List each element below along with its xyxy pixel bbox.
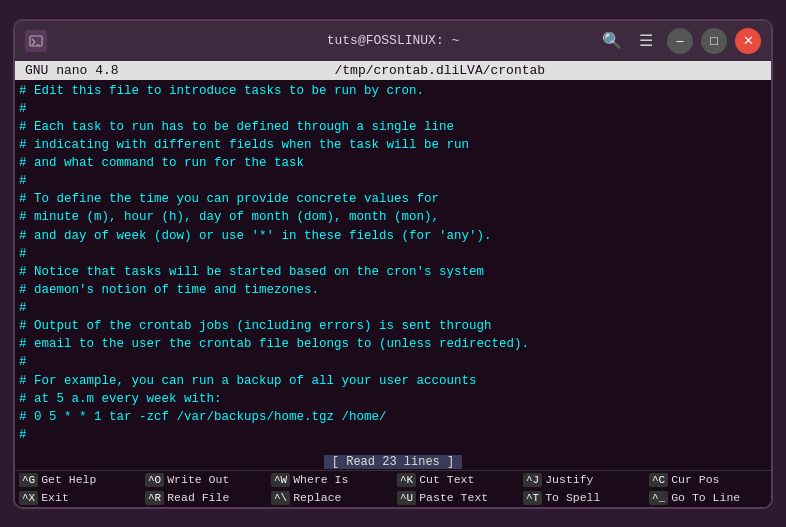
key-where-is: ^W bbox=[271, 473, 290, 487]
nano-status: [ Read 23 lines ] bbox=[15, 454, 771, 470]
nano-filename: /tmp/crontab.dliLVA/crontab bbox=[334, 63, 545, 78]
titlebar: tuts@FOSSLINUX: ~ 🔍 ☰ – □ ✕ bbox=[15, 21, 771, 61]
shortcut-replace[interactable]: ^\ Replace bbox=[267, 489, 393, 507]
shortcut-paste-text[interactable]: ^U Paste Text bbox=[393, 489, 519, 507]
key-paste-text: ^U bbox=[397, 491, 416, 505]
editor-content[interactable]: # Edit this file to introduce tasks to b… bbox=[15, 80, 771, 454]
shortcut-justify[interactable]: ^J Justify bbox=[519, 471, 645, 489]
menu-button[interactable]: ☰ bbox=[633, 28, 659, 54]
nano-shortcuts: ^G Get Help ^O Write Out ^W Where Is ^K … bbox=[15, 470, 771, 507]
key-replace: ^\ bbox=[271, 491, 290, 505]
window-controls: 🔍 ☰ – □ ✕ bbox=[599, 28, 761, 54]
key-cut-text: ^K bbox=[397, 473, 416, 487]
terminal-icon bbox=[25, 30, 47, 52]
shortcut-cut-text[interactable]: ^K Cut Text bbox=[393, 471, 519, 489]
nano-header: GNU nano 4.8 /tmp/crontab.dliLVA/crontab bbox=[15, 61, 771, 80]
close-button[interactable]: ✕ bbox=[735, 28, 761, 54]
maximize-button[interactable]: □ bbox=[701, 28, 727, 54]
key-read-file: ^R bbox=[145, 491, 164, 505]
key-justify: ^J bbox=[523, 473, 542, 487]
key-to-spell: ^T bbox=[523, 491, 542, 505]
shortcut-go-to-line[interactable]: ^_ Go To Line bbox=[645, 489, 771, 507]
minimize-button[interactable]: – bbox=[667, 28, 693, 54]
window-title: tuts@FOSSLINUX: ~ bbox=[327, 33, 460, 48]
key-get-help: ^G bbox=[19, 473, 38, 487]
key-exit: ^X bbox=[19, 491, 38, 505]
key-write-out: ^O bbox=[145, 473, 164, 487]
shortcut-write-out[interactable]: ^O Write Out bbox=[141, 471, 267, 489]
titlebar-left bbox=[25, 30, 47, 52]
nano-version: GNU nano 4.8 bbox=[25, 63, 119, 78]
editor-text: # Edit this file to introduce tasks to b… bbox=[19, 82, 767, 445]
shortcut-exit[interactable]: ^X Exit bbox=[15, 489, 141, 507]
terminal-window: tuts@FOSSLINUX: ~ 🔍 ☰ – □ ✕ GNU nano 4.8… bbox=[13, 19, 773, 509]
search-button[interactable]: 🔍 bbox=[599, 28, 625, 54]
shortcut-read-file[interactable]: ^R Read File bbox=[141, 489, 267, 507]
key-cur-pos: ^C bbox=[649, 473, 668, 487]
nano-editor: GNU nano 4.8 /tmp/crontab.dliLVA/crontab… bbox=[15, 61, 771, 507]
shortcut-get-help[interactable]: ^G Get Help bbox=[15, 471, 141, 489]
key-go-to-line: ^_ bbox=[649, 491, 668, 505]
shortcut-to-spell[interactable]: ^T To Spell bbox=[519, 489, 645, 507]
shortcut-where-is[interactable]: ^W Where Is bbox=[267, 471, 393, 489]
shortcut-cur-pos[interactable]: ^C Cur Pos bbox=[645, 471, 771, 489]
